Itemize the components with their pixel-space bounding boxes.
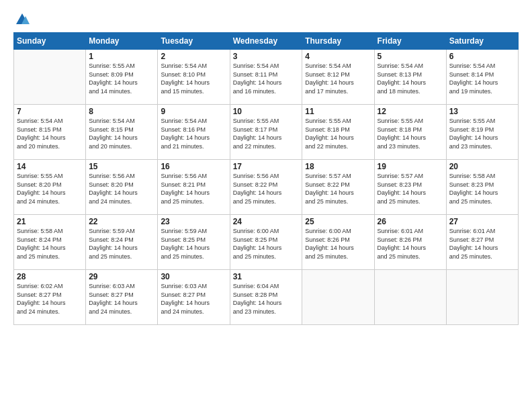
calendar-cell (302, 270, 374, 325)
day-info: Sunrise: 5:56 AM Sunset: 8:21 PM Dayligh… (161, 172, 226, 205)
day-info: Sunrise: 5:54 AM Sunset: 8:12 PM Dayligh… (305, 62, 371, 95)
day-number: 25 (305, 217, 371, 226)
day-number: 20 (449, 162, 515, 171)
day-number: 26 (378, 217, 443, 226)
calendar-cell: 13Sunrise: 5:55 AM Sunset: 8:19 PM Dayli… (446, 105, 518, 160)
day-info: Sunrise: 6:03 AM Sunset: 8:27 PM Dayligh… (89, 282, 154, 316)
calendar-cell: 27Sunrise: 6:01 AM Sunset: 8:27 PM Dayli… (446, 215, 518, 270)
calendar-cell (374, 270, 446, 325)
day-info: Sunrise: 5:57 AM Sunset: 8:22 PM Dayligh… (305, 172, 371, 205)
day-number: 17 (233, 162, 300, 171)
day-info: Sunrise: 5:55 AM Sunset: 8:17 PM Dayligh… (233, 117, 300, 150)
calendar-cell (14, 50, 86, 105)
day-number: 14 (17, 162, 83, 171)
logo (13, 12, 31, 27)
day-number: 22 (89, 217, 154, 226)
day-number: 4 (305, 52, 371, 61)
calendar-cell: 31Sunrise: 6:04 AM Sunset: 8:28 PM Dayli… (230, 270, 302, 325)
calendar-cell: 16Sunrise: 5:56 AM Sunset: 8:21 PM Dayli… (158, 160, 230, 215)
header (13, 12, 519, 27)
calendar-cell: 12Sunrise: 5:55 AM Sunset: 8:18 PM Dayli… (374, 105, 446, 160)
day-info: Sunrise: 5:58 AM Sunset: 8:23 PM Dayligh… (449, 172, 515, 205)
calendar-table: SundayMondayTuesdayWednesdayThursdayFrid… (13, 32, 519, 325)
week-row-2: 7Sunrise: 5:54 AM Sunset: 8:15 PM Daylig… (14, 105, 519, 160)
day-number: 13 (449, 107, 515, 116)
calendar-cell: 24Sunrise: 6:00 AM Sunset: 8:25 PM Dayli… (230, 215, 302, 270)
day-number: 15 (89, 162, 154, 171)
day-number: 18 (305, 162, 371, 171)
day-number: 11 (305, 107, 371, 116)
weekday-header-friday: Friday (374, 33, 446, 50)
day-number: 5 (378, 52, 443, 61)
calendar-cell: 11Sunrise: 5:55 AM Sunset: 8:18 PM Dayli… (302, 105, 374, 160)
day-info: Sunrise: 6:03 AM Sunset: 8:27 PM Dayligh… (161, 282, 226, 316)
calendar-cell: 29Sunrise: 6:03 AM Sunset: 8:27 PM Dayli… (86, 270, 158, 325)
day-info: Sunrise: 6:00 AM Sunset: 8:25 PM Dayligh… (233, 227, 300, 261)
day-number: 29 (89, 272, 154, 281)
day-info: Sunrise: 5:56 AM Sunset: 8:22 PM Dayligh… (233, 172, 300, 205)
page: SundayMondayTuesdayWednesdayThursdayFrid… (0, 0, 532, 411)
day-info: Sunrise: 5:55 AM Sunset: 8:09 PM Dayligh… (89, 62, 154, 95)
day-number: 28 (17, 272, 83, 281)
calendar-cell: 7Sunrise: 5:54 AM Sunset: 8:15 PM Daylig… (14, 105, 86, 160)
day-info: Sunrise: 5:59 AM Sunset: 8:24 PM Dayligh… (89, 227, 154, 261)
weekday-header-wednesday: Wednesday (230, 33, 302, 50)
day-number: 6 (449, 52, 515, 61)
calendar-cell: 25Sunrise: 6:00 AM Sunset: 8:26 PM Dayli… (302, 215, 374, 270)
calendar-cell: 10Sunrise: 5:55 AM Sunset: 8:17 PM Dayli… (230, 105, 302, 160)
day-info: Sunrise: 5:54 AM Sunset: 8:16 PM Dayligh… (161, 117, 226, 150)
day-info: Sunrise: 6:00 AM Sunset: 8:26 PM Dayligh… (305, 227, 371, 261)
day-info: Sunrise: 5:59 AM Sunset: 8:25 PM Dayligh… (161, 227, 226, 261)
day-info: Sunrise: 5:56 AM Sunset: 8:20 PM Dayligh… (89, 172, 154, 205)
day-info: Sunrise: 5:54 AM Sunset: 8:10 PM Dayligh… (161, 62, 226, 95)
day-info: Sunrise: 5:54 AM Sunset: 8:14 PM Dayligh… (449, 62, 515, 95)
calendar-cell: 4Sunrise: 5:54 AM Sunset: 8:12 PM Daylig… (302, 50, 374, 105)
day-number: 2 (161, 52, 226, 61)
day-number: 1 (89, 52, 154, 61)
day-number: 23 (161, 217, 226, 226)
day-info: Sunrise: 5:55 AM Sunset: 8:20 PM Dayligh… (17, 172, 83, 205)
day-info: Sunrise: 5:55 AM Sunset: 8:18 PM Dayligh… (378, 117, 443, 150)
day-number: 9 (161, 107, 226, 116)
calendar-cell: 22Sunrise: 5:59 AM Sunset: 8:24 PM Dayli… (86, 215, 158, 270)
day-number: 30 (161, 272, 226, 281)
day-info: Sunrise: 6:01 AM Sunset: 8:27 PM Dayligh… (449, 227, 515, 261)
calendar-cell: 30Sunrise: 6:03 AM Sunset: 8:27 PM Dayli… (158, 270, 230, 325)
calendar-cell: 19Sunrise: 5:57 AM Sunset: 8:23 PM Dayli… (374, 160, 446, 215)
day-number: 21 (17, 217, 83, 226)
day-number: 8 (89, 107, 154, 116)
weekday-header-saturday: Saturday (446, 33, 518, 50)
day-number: 27 (449, 217, 515, 226)
calendar-cell: 20Sunrise: 5:58 AM Sunset: 8:23 PM Dayli… (446, 160, 518, 215)
calendar-cell: 8Sunrise: 5:54 AM Sunset: 8:15 PM Daylig… (86, 105, 158, 160)
day-info: Sunrise: 5:55 AM Sunset: 8:18 PM Dayligh… (305, 117, 371, 150)
calendar-cell: 28Sunrise: 6:02 AM Sunset: 8:27 PM Dayli… (14, 270, 86, 325)
weekday-header-sunday: Sunday (14, 33, 86, 50)
calendar-cell: 1Sunrise: 5:55 AM Sunset: 8:09 PM Daylig… (86, 50, 158, 105)
weekday-header-tuesday: Tuesday (158, 33, 230, 50)
calendar-cell: 9Sunrise: 5:54 AM Sunset: 8:16 PM Daylig… (158, 105, 230, 160)
day-number: 19 (378, 162, 443, 171)
calendar-cell: 6Sunrise: 5:54 AM Sunset: 8:14 PM Daylig… (446, 50, 518, 105)
day-info: Sunrise: 6:02 AM Sunset: 8:27 PM Dayligh… (17, 282, 83, 316)
calendar-cell: 26Sunrise: 6:01 AM Sunset: 8:26 PM Dayli… (374, 215, 446, 270)
day-number: 31 (233, 272, 300, 281)
day-info: Sunrise: 5:54 AM Sunset: 8:11 PM Dayligh… (233, 62, 300, 95)
weekday-header-thursday: Thursday (302, 33, 374, 50)
day-number: 3 (233, 52, 300, 61)
calendar-cell: 3Sunrise: 5:54 AM Sunset: 8:11 PM Daylig… (230, 50, 302, 105)
day-number: 24 (233, 217, 300, 226)
day-info: Sunrise: 5:54 AM Sunset: 8:13 PM Dayligh… (378, 62, 443, 95)
day-info: Sunrise: 5:55 AM Sunset: 8:19 PM Dayligh… (449, 117, 515, 150)
day-info: Sunrise: 5:54 AM Sunset: 8:15 PM Dayligh… (89, 117, 154, 150)
calendar-cell: 14Sunrise: 5:55 AM Sunset: 8:20 PM Dayli… (14, 160, 86, 215)
calendar-cell: 21Sunrise: 5:58 AM Sunset: 8:24 PM Dayli… (14, 215, 86, 270)
day-info: Sunrise: 5:54 AM Sunset: 8:15 PM Dayligh… (17, 117, 83, 150)
calendar-cell (446, 270, 518, 325)
logo-icon (15, 12, 30, 27)
calendar-cell: 18Sunrise: 5:57 AM Sunset: 8:22 PM Dayli… (302, 160, 374, 215)
day-info: Sunrise: 6:01 AM Sunset: 8:26 PM Dayligh… (378, 227, 443, 261)
calendar-cell: 17Sunrise: 5:56 AM Sunset: 8:22 PM Dayli… (230, 160, 302, 215)
weekday-header-row: SundayMondayTuesdayWednesdayThursdayFrid… (14, 33, 519, 50)
day-number: 10 (233, 107, 300, 116)
